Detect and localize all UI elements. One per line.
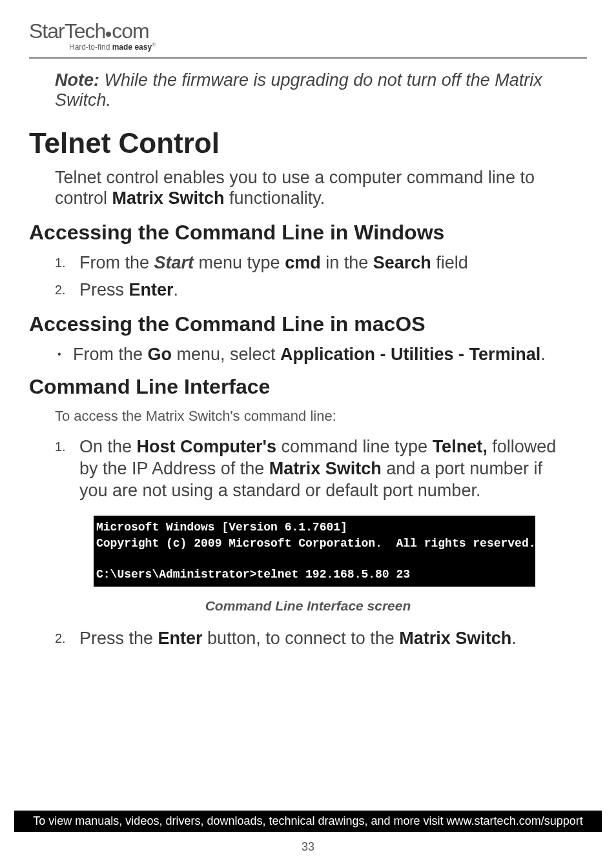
list-item: From the Go menu, select Application - U… xyxy=(57,344,561,366)
heading-telnet-control: Telnet Control xyxy=(29,127,561,159)
cli-list-top: 1. On the Host Computer's command line t… xyxy=(55,436,561,501)
list-number: 2. xyxy=(55,631,66,647)
heading-cli: Command Line Interface xyxy=(29,375,561,399)
registered-mark: ® xyxy=(152,42,156,48)
heading-macos: Accessing the Command Line in macOS xyxy=(29,312,561,336)
text: . xyxy=(540,345,546,364)
bold-matrix: Matrix Switch xyxy=(399,629,511,648)
bold-search: Search xyxy=(373,253,431,272)
bold-telnet: Telnet, xyxy=(433,437,488,456)
text: From the xyxy=(73,345,148,364)
bold-start: Start xyxy=(154,253,194,272)
note-label: Note: xyxy=(55,70,99,90)
bold-go: Go xyxy=(148,345,172,364)
text: menu, select xyxy=(172,345,280,364)
logo-brand: StarTechcom xyxy=(29,19,587,43)
list-item: 1. On the Host Computer's command line t… xyxy=(55,436,561,501)
windows-list: 1. From the Start menu type cmd in the S… xyxy=(55,252,561,301)
intro-paragraph: Telnet control enables you to use a comp… xyxy=(55,167,561,209)
logo: StarTechcom Hard-to-find made easy® xyxy=(29,19,587,52)
text: Press xyxy=(79,280,129,299)
text: menu type xyxy=(194,253,285,272)
page-number: 33 xyxy=(0,840,616,854)
text: From the xyxy=(79,253,154,272)
intro-post: functionality. xyxy=(225,188,325,208)
list-number: 1. xyxy=(55,439,66,455)
bold-cmd: cmd xyxy=(285,253,321,272)
cli-intro: To access the Matrix Switch's command li… xyxy=(55,408,561,425)
list-item: 1. From the Start menu type cmd in the S… xyxy=(55,252,561,274)
bold-enter: Enter xyxy=(129,280,174,299)
text: . xyxy=(511,629,517,648)
text: button, to connect to the xyxy=(203,629,400,648)
cli-caption: Command Line Interface screen xyxy=(55,598,561,614)
intro-bold: Matrix Switch xyxy=(112,188,225,208)
note-text: While the firmware is upgrading do not t… xyxy=(55,70,542,110)
list-item: 2. Press the Enter button, to connect to… xyxy=(55,628,561,650)
text: command line type xyxy=(276,437,433,456)
list-item: 2. Press Enter. xyxy=(55,279,561,301)
text: On the xyxy=(79,437,137,456)
footer-support-bar: To view manuals, videos, drivers, downlo… xyxy=(14,811,602,832)
header-divider xyxy=(29,57,587,59)
macos-list: From the Go menu, select Application - U… xyxy=(55,344,561,366)
logo-suffix: com xyxy=(112,19,149,43)
note-block: Note: While the firmware is upgrading do… xyxy=(55,70,561,110)
bold-matrix: Matrix Switch xyxy=(269,459,382,478)
cli-screenshot: Microsoft Windows [Version 6.1.7601] Cop… xyxy=(94,516,535,586)
logo-tagline: Hard-to-find made easy® xyxy=(69,42,587,52)
tagline-prefix: Hard-to-find xyxy=(69,43,112,52)
list-number: 2. xyxy=(55,282,66,298)
text: in the xyxy=(321,253,373,272)
text: . xyxy=(174,280,179,299)
text: field xyxy=(431,253,468,272)
text: Press the xyxy=(79,629,158,648)
logo-dot-icon xyxy=(106,32,111,37)
list-number: 1. xyxy=(55,255,66,271)
cli-list-bottom: 2. Press the Enter button, to connect to… xyxy=(55,628,561,650)
logo-prefix: StarTech xyxy=(29,19,105,43)
tagline-bold: made easy xyxy=(112,43,152,52)
bold-enter: Enter xyxy=(158,629,203,648)
bold-path: Application - Utilities - Terminal xyxy=(280,345,540,364)
heading-windows: Accessing the Command Line in Windows xyxy=(29,221,561,245)
bold-host: Host Computer's xyxy=(137,437,276,456)
